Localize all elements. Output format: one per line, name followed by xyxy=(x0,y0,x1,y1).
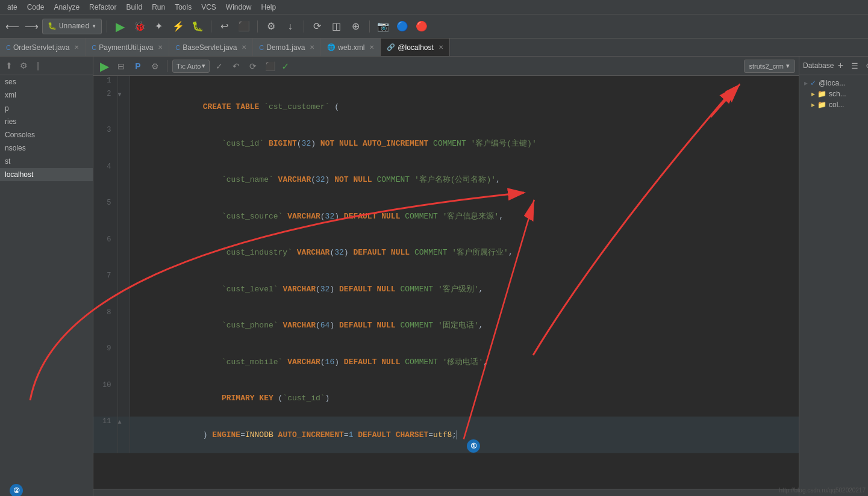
left-sidebar: ⬆ ⚙ | ses xml p ries Consoles nsoles st … xyxy=(0,57,93,496)
java-icon-3: C xyxy=(175,44,180,51)
main-toolbar: ⟵ ⟶ 🐛 Unnamed ▾ ▶ 🐞 ✦ ⚡ 🐛 ↩ ⬛ ⚙ ↓ ⟳ ◫ ⊕ … xyxy=(0,14,868,39)
table-row: 9 `cust_mobile` VARCHAR(16) DEFAULT NULL… xyxy=(93,344,799,380)
extra-button2[interactable]: 🔴 xyxy=(413,18,430,35)
db-select[interactable]: struts2_crm ▾ xyxy=(744,60,795,73)
separator-5 xyxy=(369,20,370,33)
table-row: 5 `cust_source` VARCHAR(32) DEFAULT NULL… xyxy=(93,198,799,235)
sidebar-btn-3[interactable]: | xyxy=(31,59,45,72)
java-icon-2: C xyxy=(92,44,96,51)
menu-run[interactable]: Run xyxy=(147,0,170,14)
horizontal-scrollbar[interactable] xyxy=(93,489,799,496)
close-tab-webxml[interactable]: ✕ xyxy=(369,44,374,51)
close-tab-localhost[interactable]: ✕ xyxy=(439,44,443,51)
db-header: Database + ☰ ⟳ xyxy=(799,57,868,75)
close-tab-orderservlet[interactable]: ✕ xyxy=(74,44,79,51)
editor-format-button[interactable]: ⊟ xyxy=(114,59,128,73)
nav-back-button[interactable]: ⟵ xyxy=(4,18,20,35)
tab-localhost[interactable]: 🔗 @localhost ✕ xyxy=(381,39,450,57)
table-row: 2 ▼ CREATE TABLE `cst_customer` ( xyxy=(93,89,799,126)
undo-button[interactable]: ⟳ xyxy=(246,59,260,73)
tab-orderservlet[interactable]: C OrderServlet.java ✕ xyxy=(0,39,86,57)
table-row: 10 PRIMARY KEY (`cust_id`) xyxy=(93,380,799,417)
sidebar-toolbar: ⬆ ⚙ | xyxy=(0,57,93,75)
sidebar-item-localhost[interactable]: localhost xyxy=(0,168,93,181)
table-row: 11 ▲ ) ENGINE=INNODB AUTO_INCREMENT=1 DE… xyxy=(93,417,799,453)
find-button[interactable]: ◫ xyxy=(328,18,345,35)
menu-ate[interactable]: ate xyxy=(2,0,22,14)
db-tree-item-col[interactable]: ▸ 📁 col... xyxy=(802,99,866,110)
close-tab-demo1[interactable]: ✕ xyxy=(310,44,314,51)
editor-area: ▶ ⊟ P ⚙ Tx: Auto ▾ ✓ ↶ ⟳ ⬛ ✓ struts2_crm… xyxy=(93,57,799,496)
editor-sep-1 xyxy=(167,60,167,72)
dtrace-button[interactable]: 🐛 xyxy=(189,18,206,35)
sidebar-item-consoles1[interactable]: Consoles xyxy=(0,128,93,141)
menu-window[interactable]: Window xyxy=(221,0,257,14)
project-dropdown[interactable]: 🐛 Unnamed ▾ xyxy=(42,19,102,34)
table-row: 3 `cust_id` BIGINT(32) NOT NULL AUTO_INC… xyxy=(93,125,799,162)
sidebar-item-ses[interactable]: ses xyxy=(0,75,93,88)
code-editor[interactable]: 1 2 ▼ CREATE TABLE `cst_customer` ( xyxy=(93,76,799,489)
watermark: http://blog.csdn.ru/qq502020217 xyxy=(779,487,866,494)
tx-dropdown[interactable]: Tx: Auto ▾ xyxy=(172,60,210,73)
tab-demo1[interactable]: C Demo1.java ✕ xyxy=(253,39,321,57)
code-table: 1 2 ▼ CREATE TABLE `cst_customer` ( xyxy=(93,76,799,453)
rollback-button[interactable]: ↶ xyxy=(229,59,243,73)
coverage-button[interactable]: ✦ xyxy=(151,18,167,35)
sidebar-item-st[interactable]: st xyxy=(0,155,93,168)
menu-refactor[interactable]: Refactor xyxy=(84,0,121,14)
sidebar-item-p[interactable]: p xyxy=(0,102,93,115)
separator-3 xyxy=(257,20,258,33)
db-add-button[interactable]: + xyxy=(834,59,847,72)
menu-analyze[interactable]: Analyze xyxy=(49,0,84,14)
sidebar-item-ries[interactable]: ries xyxy=(0,115,93,128)
col-folder-icon: 📁 xyxy=(817,101,826,109)
menu-help[interactable]: Help xyxy=(257,0,281,14)
java-icon: C xyxy=(6,44,11,51)
stop-query-button[interactable]: ⬛ xyxy=(263,59,277,73)
db-tree: ▸ ✓ @loca... ▸ 📁 sch... ▸ 📁 col... xyxy=(799,75,868,113)
tab-webxml[interactable]: 🌐 web.xml ✕ xyxy=(321,39,381,57)
db-tree-item-schema[interactable]: ▸ 📁 sch... xyxy=(802,88,866,99)
editor-p-button[interactable]: P xyxy=(131,59,145,73)
build-button[interactable]: ⚙ xyxy=(263,18,279,35)
menu-tools[interactable]: Tools xyxy=(170,0,196,14)
close-tab-paymentutil[interactable]: ✕ xyxy=(158,44,163,51)
sidebar-btn-2[interactable]: ⚙ xyxy=(17,59,30,72)
stop-button[interactable]: ⬛ xyxy=(236,18,252,35)
db-edit-button[interactable]: ☰ xyxy=(848,59,861,72)
menu-code[interactable]: Code xyxy=(22,0,49,14)
java-icon-4: C xyxy=(259,44,264,51)
extra-button1[interactable]: 🔵 xyxy=(394,18,411,35)
nav-forward-button[interactable]: ⟶ xyxy=(23,18,40,35)
down-button[interactable]: ↓ xyxy=(282,18,299,35)
editor-run-button[interactable]: ▶ xyxy=(97,59,111,73)
profile-button[interactable]: ⚡ xyxy=(170,18,187,35)
sidebar-item-consoles2[interactable]: nsoles xyxy=(0,141,93,155)
run-button[interactable]: ▶ xyxy=(112,18,129,35)
db-refresh-button[interactable]: ⟳ xyxy=(863,59,868,72)
annotation-badge-2: ② xyxy=(10,484,23,496)
menu-build[interactable]: Build xyxy=(121,0,147,14)
fold-icon[interactable]: ▼ xyxy=(118,91,122,98)
table-row: 8 `cust_phone` VARCHAR(64) DEFAULT NULL … xyxy=(93,308,799,344)
folder-icon-2: ▸ xyxy=(811,101,815,109)
schema-folder-icon: 📁 xyxy=(817,90,826,98)
menu-vcs[interactable]: VCS xyxy=(196,0,221,14)
main-layout: ⬆ ⚙ | ses xml p ries Consoles nsoles st … xyxy=(0,57,868,496)
camera-button[interactable]: 📷 xyxy=(375,18,392,35)
editor-toolbar: ▶ ⊟ P ⚙ Tx: Auto ▾ ✓ ↶ ⟳ ⬛ ✓ struts2_crm… xyxy=(93,57,799,76)
commit-button[interactable]: ✓ xyxy=(212,59,226,73)
close-tab-baseservlet[interactable]: ✕ xyxy=(242,44,246,51)
tab-baseservlet[interactable]: C BaseServlet.java ✕ xyxy=(169,39,253,57)
separator-2 xyxy=(211,20,211,33)
sync-button[interactable]: ⟳ xyxy=(309,18,326,35)
debug-button[interactable]: 🐞 xyxy=(131,18,148,35)
fold-close-icon[interactable]: ▲ xyxy=(118,419,122,426)
sidebar-btn-1[interactable]: ⬆ xyxy=(2,59,16,72)
inspect-button[interactable]: ⊕ xyxy=(348,18,364,35)
editor-settings-button[interactable]: ⚙ xyxy=(148,59,162,73)
tab-paymentutil[interactable]: C PaymentUtil.java ✕ xyxy=(86,39,169,57)
db-tree-item-localhost[interactable]: ▸ ✓ @loca... xyxy=(802,78,866,88)
rerun-button[interactable]: ↩ xyxy=(216,18,233,35)
sidebar-item-xml[interactable]: xml xyxy=(0,88,93,102)
